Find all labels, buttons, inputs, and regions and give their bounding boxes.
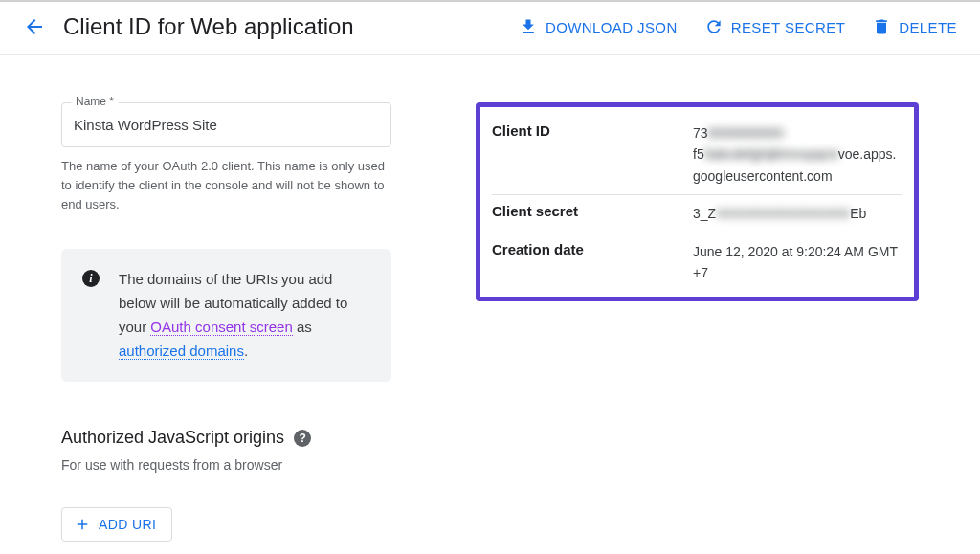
delete-label: DELETE <box>899 19 957 35</box>
help-icon[interactable]: ? <box>294 430 311 447</box>
reset-secret-button[interactable]: RESET SECRET <box>704 17 846 36</box>
page-header: Client ID for Web application DOWNLOAD J… <box>0 0 980 55</box>
download-label: DOWNLOAD JSON <box>546 19 678 35</box>
delete-button[interactable]: DELETE <box>872 17 957 36</box>
header-actions: DOWNLOAD JSON RESET SECRET DELETE <box>519 17 957 36</box>
creation-date-label: Creation date <box>492 241 693 284</box>
info-icon-wrap: i <box>82 268 100 363</box>
name-field-wrapper: Name * <box>61 102 391 147</box>
js-origins-subtitle: For use with requests from a browser <box>61 457 391 473</box>
credentials-box: Client ID 730000000000- f55abcdefghijklm… <box>476 102 919 301</box>
client-secret-value: 3_ZXXXXXXXXXXXXXXXEb <box>693 203 866 224</box>
back-button[interactable] <box>23 15 46 38</box>
refresh-icon <box>704 17 724 36</box>
add-uri-button[interactable]: ADD URI <box>61 507 172 542</box>
js-origins-heading: Authorized JavaScript origins ? <box>61 428 391 448</box>
page-title: Client ID for Web application <box>63 13 519 40</box>
arrow-back-icon <box>23 15 46 38</box>
oauth-consent-link[interactable]: OAuth consent screen <box>150 319 292 336</box>
client-id-row: Client ID 730000000000- f55abcdefghijklm… <box>492 115 902 195</box>
reset-label: RESET SECRET <box>731 19 846 35</box>
right-column: Client ID 730000000000- f55abcdefghijklm… <box>476 102 919 542</box>
info-text: The domains of the URIs you add below wi… <box>119 268 370 363</box>
name-helper-text: The name of your OAuth 2.0 client. This … <box>61 157 391 214</box>
js-origins-title: Authorized JavaScript origins <box>61 428 284 448</box>
content-area: Name * The name of your OAuth 2.0 client… <box>0 55 980 542</box>
authorized-domains-link[interactable]: authorized domains <box>119 343 244 360</box>
info-box: i The domains of the URIs you add below … <box>61 249 391 382</box>
plus-icon <box>74 516 91 533</box>
trash-icon <box>872 17 891 36</box>
name-input[interactable] <box>61 102 391 147</box>
creation-date-value: June 12, 2020 at 9:20:24 AM GMT+7 <box>693 241 902 284</box>
client-id-value: 730000000000- f55abcdefghijklmnopqrstvoe… <box>693 122 902 187</box>
left-column: Name * The name of your OAuth 2.0 client… <box>61 102 391 542</box>
client-secret-label: Client secret <box>492 203 693 224</box>
client-secret-row: Client secret 3_ZXXXXXXXXXXXXXXXEb <box>492 195 902 233</box>
info-icon: i <box>82 270 100 287</box>
add-uri-label: ADD URI <box>99 517 156 532</box>
name-field-label: Name * <box>71 95 119 108</box>
download-icon <box>519 17 538 36</box>
download-json-button[interactable]: DOWNLOAD JSON <box>519 17 678 36</box>
creation-date-row: Creation date June 12, 2020 at 9:20:24 A… <box>492 233 902 286</box>
client-id-label: Client ID <box>492 122 693 187</box>
